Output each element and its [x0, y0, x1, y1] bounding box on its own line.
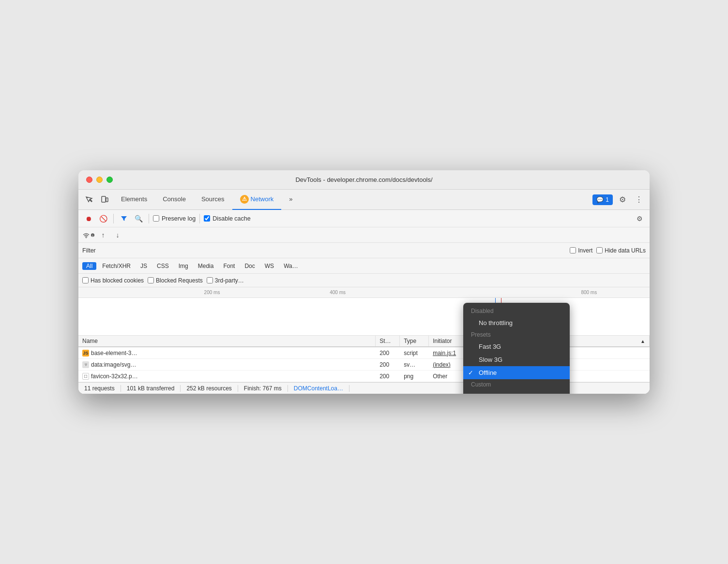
svg-rect-0 — [102, 196, 106, 202]
tabs-bar: Elements Console Sources ⚠ Network » — [78, 190, 650, 210]
type-filter-img[interactable]: Img — [175, 262, 192, 270]
network-warning-badge: ⚠ — [240, 195, 249, 204]
devtools-body: Elements Console Sources ⚠ Network » — [78, 190, 650, 394]
dropdown-presets-label: Presets — [463, 329, 570, 340]
dropdown-disabled-label: Disabled — [463, 306, 570, 316]
hide-data-urls-checkbox[interactable]: Hide data URLs — [596, 247, 646, 254]
type-filter-ws[interactable]: WS — [261, 262, 278, 270]
tab-sources[interactable]: Sources — [194, 190, 232, 210]
filter-bar: Filter Invert Hide data URLs — [78, 243, 650, 258]
tab-network[interactable]: ⚠ Network — [232, 190, 282, 210]
feedback-button[interactable]: 💬 1 — [592, 194, 613, 205]
dropdown-custom-label: Custom — [463, 379, 570, 390]
filter-label: Filter — [82, 247, 96, 254]
type-filter-bar: All Fetch/XHR JS CSS Img Media Font Doc … — [78, 258, 650, 274]
maximize-button[interactable] — [106, 177, 113, 183]
network-toolbar: ⏺ 🚫 🔍 Preserve log Disable cache — [78, 210, 650, 227]
js-file-icon: JS — [82, 350, 89, 356]
blocked-requests-checkbox[interactable]: Blocked Requests — [148, 277, 203, 284]
extra-filter-bar: Has blocked cookies Blocked Requests 3rd… — [78, 274, 650, 287]
type-filter-doc[interactable]: Doc — [241, 262, 258, 270]
row1-status-cell: 200 — [376, 350, 400, 356]
row1-type-cell: script — [400, 350, 429, 356]
svg-rect-1 — [106, 198, 108, 202]
tab-elements[interactable]: Elements — [113, 190, 155, 210]
inspect-element-icon[interactable] — [82, 193, 96, 207]
device-toolbar-icon[interactable] — [98, 193, 111, 207]
preserve-log-checkbox[interactable]: Preserve log — [153, 215, 196, 222]
dropdown-item-slow-3g[interactable]: Slow 3G — [463, 353, 570, 366]
traffic-lights — [86, 177, 113, 183]
blocked-cookies-checkbox[interactable]: Has blocked cookies — [82, 277, 144, 284]
tabs-list: Elements Console Sources ⚠ Network » — [113, 190, 592, 210]
row3-type-cell: png — [400, 373, 429, 380]
close-button[interactable] — [86, 177, 92, 183]
devtools-settings-button[interactable]: ⚙ — [616, 193, 629, 207]
dropdown-item-no-throttling[interactable]: No throttling — [463, 316, 570, 329]
throttling-dropdown: Disabled No throttling Presets Fast 3G S… — [463, 303, 570, 394]
ruler-mark-800ms: 800 ms — [581, 290, 597, 295]
dropdown-item-fast-3g[interactable]: Fast 3G — [463, 340, 570, 353]
network-conditions-button[interactable]: ≡ — [82, 229, 95, 241]
svg-text:≡: ≡ — [92, 233, 94, 237]
row2-type-cell: sv… — [400, 361, 429, 368]
th-status[interactable]: St… — [376, 336, 400, 346]
devtools-window: DevTools - developer.chrome.com/docs/dev… — [78, 170, 650, 394]
type-filter-css[interactable]: CSS — [153, 262, 173, 270]
network-settings-button[interactable]: ⚙ — [633, 212, 646, 225]
import-har-button[interactable]: ↑ — [97, 229, 109, 241]
dropdown-item-add[interactable]: Add… — [463, 390, 570, 394]
resources-size: 252 kB resources — [181, 385, 238, 392]
minimize-button[interactable] — [96, 177, 103, 183]
toolbar-divider — [113, 214, 114, 223]
type-filter-all[interactable]: All — [82, 262, 96, 270]
more-options-button[interactable]: ⋮ — [632, 193, 646, 207]
png-file-icon: □ — [82, 373, 89, 380]
type-filter-media[interactable]: Media — [194, 262, 218, 270]
toolbar-divider3 — [199, 214, 200, 223]
row2-name-cell: ▿ data:image/svg… — [78, 361, 376, 368]
th-name[interactable]: Name — [78, 336, 376, 346]
row3-status-cell: 200 — [376, 373, 400, 380]
sort-icon: ▲ — [640, 339, 645, 344]
svg-point-2 — [86, 237, 87, 238]
row3-name-cell: □ favicon-32x32.p… — [78, 373, 376, 380]
type-filter-fetch-xhr[interactable]: Fetch/XHR — [98, 262, 135, 270]
ruler-mark-200ms: 200 ms — [204, 290, 220, 295]
timeline-ruler: 200 ms 400 ms 800 ms — [78, 287, 650, 298]
transferred-size: 101 kB transferred — [121, 385, 181, 392]
ruler-mark-400ms: 400 ms — [330, 290, 346, 295]
filter-button[interactable] — [118, 212, 130, 225]
clear-button[interactable]: 🚫 — [97, 212, 109, 225]
type-filter-js[interactable]: JS — [136, 262, 151, 270]
tab-console[interactable]: Console — [155, 190, 194, 210]
export-har-button[interactable]: ↓ — [111, 229, 124, 241]
titlebar: DevTools - developer.chrome.com/docs/dev… — [78, 170, 650, 190]
requests-count: 11 requests — [84, 385, 121, 392]
tab-more[interactable]: » — [281, 190, 300, 210]
window-title: DevTools - developer.chrome.com/docs/dev… — [295, 176, 432, 183]
dom-content-loaded: DOMContentLoa… — [288, 385, 349, 392]
tabs-right: 💬 1 ⚙ ⋮ — [592, 193, 646, 207]
row2-status-cell: 200 — [376, 361, 400, 368]
toolbar-divider2 — [149, 214, 149, 223]
finish-time: Finish: 767 ms — [238, 385, 288, 392]
svg-file-icon: ▿ — [82, 361, 89, 368]
invert-checkbox[interactable]: Invert — [570, 247, 592, 254]
dom-content-loaded-link[interactable]: DOMContentLoa… — [294, 385, 343, 392]
type-filter-font[interactable]: Font — [219, 262, 239, 270]
network-toolbar2: ≡ ↑ ↓ — [78, 227, 650, 243]
dropdown-item-offline[interactable]: Offline — [463, 366, 570, 379]
th-type[interactable]: Type — [400, 336, 429, 346]
type-filter-wa[interactable]: Wa… — [280, 262, 302, 270]
record-button[interactable]: ⏺ — [82, 212, 95, 225]
third-party-checkbox[interactable]: 3rd-party… — [207, 277, 244, 284]
search-button[interactable]: 🔍 — [132, 212, 145, 225]
row1-name-cell: JS base-element-3… — [78, 350, 376, 356]
disable-cache-checkbox[interactable]: Disable cache — [204, 215, 251, 222]
devtools-content: ⏺ 🚫 🔍 Preserve log Disable cache — [78, 210, 650, 394]
